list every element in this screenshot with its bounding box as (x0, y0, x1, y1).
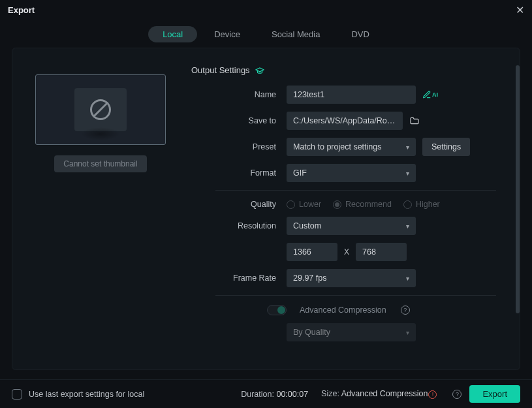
name-input[interactable] (287, 86, 416, 104)
export-button[interactable]: Export (469, 385, 520, 403)
chevron-down-icon: ▾ (406, 275, 409, 282)
chevron-down-icon: ▾ (406, 223, 409, 230)
resolution-label: Resolution (191, 221, 287, 230)
save-to-input[interactable] (287, 112, 403, 130)
close-icon[interactable]: ✕ (516, 4, 524, 16)
height-input[interactable] (356, 243, 407, 261)
frame-rate-label: Frame Rate (191, 274, 287, 283)
settings-scrollbar[interactable] (516, 65, 520, 313)
footer-help-icon[interactable]: ? (452, 390, 462, 399)
dimension-separator: X (344, 247, 349, 257)
quality-higher-radio: Higher (403, 200, 440, 209)
tab-device[interactable]: Device (200, 26, 255, 42)
preset-select[interactable]: Match to project settings▾ (287, 138, 416, 156)
set-thumbnail-button: Cannot set thumbnail (54, 155, 146, 172)
chevron-down-icon: ▾ (406, 329, 409, 336)
advanced-compression-toggle[interactable] (267, 305, 287, 315)
export-panel: Cannot set thumbnail Output Settings Nam… (12, 48, 520, 370)
size-value: Advanced Compression (341, 389, 428, 398)
chevron-down-icon: ▾ (406, 170, 409, 177)
help-icon[interactable]: ? (401, 306, 410, 315)
format-label: Format (191, 168, 287, 178)
output-settings-heading: Output Settings (191, 65, 250, 75)
tab-dvd[interactable]: DVD (337, 26, 383, 42)
use-last-settings-checkbox[interactable] (12, 389, 22, 400)
no-thumbnail-icon (90, 99, 111, 120)
footer-bar: Use last export settings for local Durat… (0, 379, 532, 408)
folder-icon[interactable] (409, 116, 420, 126)
name-label: Name (191, 90, 287, 99)
preset-settings-button[interactable]: Settings (422, 138, 470, 156)
warning-icon[interactable]: ! (428, 390, 437, 399)
compression-mode-select: By Quality▾ (287, 323, 416, 341)
quality-label: Quality (191, 200, 287, 209)
export-tabs: Local Device Social Media DVD (0, 20, 532, 48)
graduation-cap-icon[interactable] (255, 66, 264, 75)
thumbnail-preview (35, 74, 166, 145)
frame-rate-select[interactable]: 29.97 fps▾ (287, 269, 416, 287)
size-label: Size: (321, 389, 339, 398)
duration-label: Duration: (241, 390, 274, 399)
resolution-select[interactable]: Custom▾ (287, 217, 416, 235)
width-input[interactable] (287, 243, 337, 261)
ai-rename-button[interactable]: AI (422, 90, 438, 99)
use-last-settings-label: Use last export settings for local (29, 390, 144, 399)
tab-local[interactable]: Local (148, 26, 197, 42)
tab-social-media[interactable]: Social Media (257, 26, 334, 42)
window-title: Export (8, 5, 35, 15)
format-select[interactable]: GIF▾ (287, 164, 416, 182)
save-to-label: Save to (191, 116, 287, 125)
duration-value: 00:00:07 (276, 390, 308, 399)
chevron-down-icon: ▾ (406, 144, 409, 151)
preset-label: Preset (191, 142, 287, 151)
quality-recommend-radio: Recommend (333, 200, 392, 209)
advanced-compression-label: Advanced Compression (300, 306, 386, 315)
quality-lower-radio: Lower (287, 200, 321, 209)
